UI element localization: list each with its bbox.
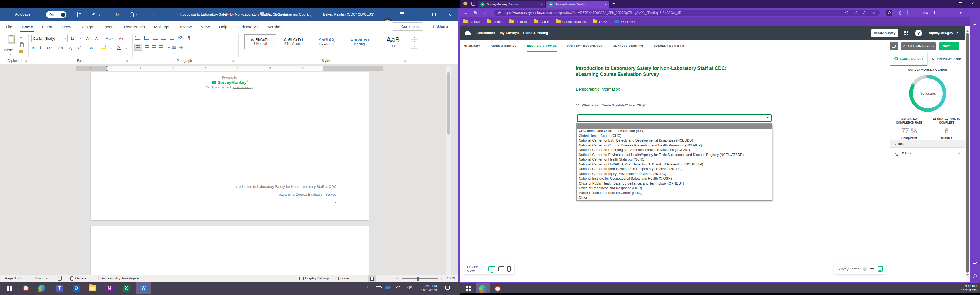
outdent-icon[interactable] — [161, 36, 166, 40]
step-design[interactable]: DESIGN SURVEY — [490, 40, 516, 52]
info-icon[interactable]: ? — [863, 267, 867, 271]
browser-essentials-icon[interactable]: ♥ — [957, 8, 964, 17]
desktop-view-icon[interactable] — [488, 266, 495, 271]
subscript-icon[interactable]: x2 — [68, 44, 72, 51]
paste-chevron-icon[interactable]: ∨ — [10, 53, 12, 56]
battery-icon[interactable] — [375, 286, 381, 289]
tab-acrobat[interactable]: Acrobat — [263, 21, 286, 32]
bullets-icon[interactable] — [135, 36, 140, 40]
url-text[interactable]: https://www.surveymonkey.com/create/prev… — [504, 11, 681, 15]
one-question-format-icon[interactable] — [869, 267, 875, 271]
align-center-icon[interactable] — [145, 46, 149, 49]
tab-close-icon[interactable]: × — [541, 2, 543, 6]
settings-menu-icon[interactable]: ⋯ — [969, 8, 976, 17]
copilot-icon[interactable] — [934, 11, 938, 14]
split-screen-icon[interactable] — [911, 11, 915, 14]
start-button[interactable] — [5, 284, 14, 293]
window-close[interactable]: × — [971, 1, 974, 6]
address-bar[interactable]: https://www.surveymonkey.com/create/prev… — [494, 10, 880, 16]
tab-mailings[interactable]: Mailings — [150, 21, 174, 32]
ribbon-display-icon[interactable] — [399, 12, 404, 16]
font-size-select[interactable]: 11∨ — [69, 35, 83, 42]
new-tab-icon[interactable]: + — [612, 1, 615, 6]
style-heading1[interactable]: AaBbC(Heading 1 — [311, 34, 342, 49]
help-icon[interactable]: ? — [915, 30, 922, 36]
clipboard-dialog-launcher[interactable]: ⇲ — [25, 59, 27, 62]
taskbar-onenote-icon[interactable]: N — [105, 284, 113, 293]
qat-more-icon[interactable]: ∨ — [153, 13, 155, 16]
bookmark-onedrive[interactable]: OneDrive — [614, 20, 635, 24]
scrollbar-thumb[interactable] — [966, 33, 969, 273]
multilevel-icon[interactable] — [153, 36, 158, 40]
downloads-icon[interactable]: ↓ — [945, 8, 952, 17]
wallet-icon[interactable]: {} — [897, 8, 904, 17]
bookmark-rstudio[interactable]: R studio — [509, 20, 527, 24]
rail-add-icon[interactable]: + — [972, 22, 978, 27]
clock[interactable]: 3:10 PM10/31/2023 — [418, 284, 437, 292]
shading-icon[interactable] — [172, 46, 177, 49]
step-present[interactable]: PRESENT RESULTS — [653, 40, 684, 52]
sensitivity-label[interactable]: General — [70, 275, 87, 282]
rail-external-icon[interactable] — [973, 263, 977, 267]
styles-scroll-down[interactable]: ∨ — [411, 40, 417, 44]
bookmark-olss[interactable]: OLSS — [593, 20, 608, 24]
paste-label[interactable]: Paste — [4, 48, 13, 52]
account-chevron-icon[interactable]: ▼ — [956, 32, 958, 34]
volume-muted-icon[interactable]: ◁× — [407, 285, 412, 289]
start-button[interactable] — [464, 284, 473, 293]
search-icon[interactable] — [307, 13, 310, 16]
dropdown-option[interactable]: National Center for Health Statistics (N… — [577, 157, 772, 162]
dropdown-option[interactable]: National Center for Emerging and Zoonoti… — [577, 148, 772, 153]
paragraph-dialog-launcher[interactable]: ⇲ — [232, 59, 234, 62]
tab-review[interactable]: Review — [174, 21, 196, 32]
doc-scrollbar-thumb[interactable] — [447, 72, 450, 135]
print-layout-icon[interactable] — [368, 275, 376, 282]
sort-icon[interactable]: AZ↓ — [178, 36, 184, 40]
style-normal[interactable]: AaBbCcDd¶ Normal — [245, 34, 276, 49]
taskbar-word-icon[interactable]: W — [139, 284, 148, 293]
tab-draw[interactable]: Draw — [57, 21, 76, 32]
change-case-icon[interactable]: Aa∨ — [106, 35, 113, 42]
restore-button[interactable] — [428, 8, 440, 21]
collections-icon[interactable]: ☆≡ — [922, 8, 929, 17]
rail-settings-icon[interactable] — [973, 274, 977, 278]
styles-dialog-launcher[interactable]: ⇲ — [404, 59, 406, 62]
web-layout-icon[interactable] — [383, 275, 387, 282]
scroll-up-arrow[interactable] — [966, 29, 969, 32]
ruler[interactable]: 1 1 2 3 4 5 6 — [76, 66, 383, 71]
taskbar-excel-icon[interactable]: X — [122, 284, 130, 293]
question-select[interactable]: ▲▼ — [577, 114, 772, 122]
shrink-font-icon[interactable]: Aˇ — [95, 35, 98, 42]
step-collect[interactable]: COLLECT RESPONSES — [567, 40, 603, 52]
classic-format-icon[interactable] — [878, 266, 883, 271]
focus-mode[interactable]: Focus — [336, 275, 350, 282]
save-icon[interactable] — [77, 12, 82, 17]
taskbar-edge-icon[interactable] — [478, 284, 487, 293]
read-aloud-icon[interactable]: A) — [863, 11, 866, 15]
tablet-view-icon[interactable] — [498, 266, 504, 271]
font-dialog-launcher[interactable]: ⇲ — [126, 59, 128, 62]
dropdown-option[interactable]: Global Health Center (GHC) — [577, 133, 772, 138]
bold-icon[interactable]: B — [32, 44, 35, 51]
favorite-star-icon[interactable]: ☆ — [872, 11, 876, 15]
taskbar-teams-icon[interactable]: T — [55, 284, 64, 293]
next-button[interactable]: NEXT→ — [939, 42, 959, 50]
tab-file[interactable]: File — [1, 21, 17, 32]
sm-logo[interactable] — [464, 30, 471, 37]
superscript-icon[interactable]: x2 — [77, 44, 81, 51]
nav-my-surveys[interactable]: My Surveys — [500, 31, 519, 35]
copy-icon[interactable] — [20, 43, 23, 46]
bookmark-communications[interactable]: Communications — [556, 20, 586, 24]
cut-icon[interactable]: ✂ — [20, 35, 23, 40]
dropdown-option[interactable]: National Center for Injury Prevention an… — [577, 172, 772, 177]
close-button[interactable]: × — [444, 8, 456, 21]
tab-view[interactable]: View — [196, 21, 214, 32]
text-effects-icon[interactable]: A — [90, 44, 93, 51]
saved-chevron-icon[interactable]: ∨ — [291, 13, 293, 16]
styles-more[interactable]: ⇟ — [411, 44, 417, 49]
search-in-page-icon[interactable] — [845, 11, 848, 14]
taskbar-outlook-icon[interactable]: O — [72, 284, 81, 293]
create-survey-link[interactable]: create a survey — [233, 86, 253, 89]
align-left-icon[interactable] — [134, 44, 142, 51]
font-color-chevron[interactable]: ∨ — [126, 48, 127, 50]
